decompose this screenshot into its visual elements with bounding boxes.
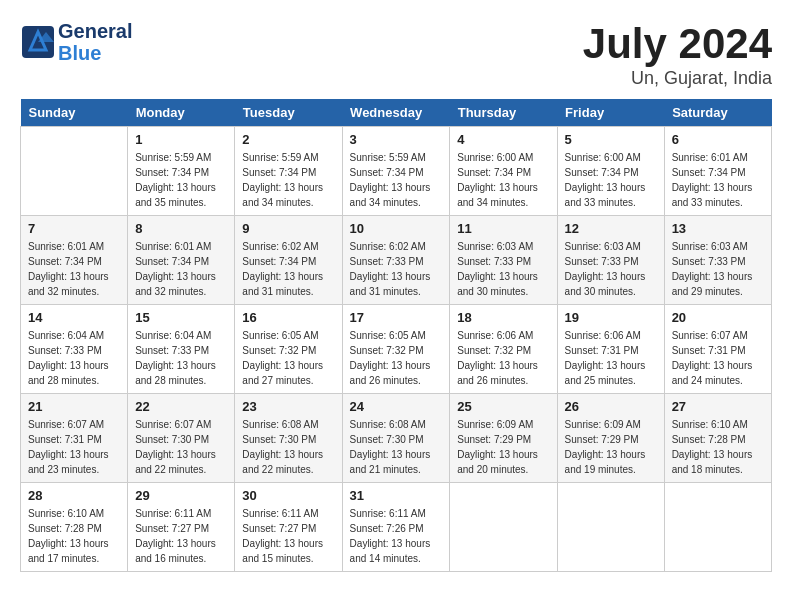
weekday-header-thursday: Thursday xyxy=(450,99,557,127)
week-row-2: 7Sunrise: 6:01 AM Sunset: 7:34 PM Daylig… xyxy=(21,216,772,305)
location-title: Un, Gujarat, India xyxy=(583,68,772,89)
day-info: Sunrise: 5:59 AM Sunset: 7:34 PM Dayligh… xyxy=(350,150,443,210)
day-cell: 29Sunrise: 6:11 AM Sunset: 7:27 PM Dayli… xyxy=(128,483,235,572)
day-cell: 8Sunrise: 6:01 AM Sunset: 7:34 PM Daylig… xyxy=(128,216,235,305)
day-info: Sunrise: 6:01 AM Sunset: 7:34 PM Dayligh… xyxy=(135,239,227,299)
weekday-header-row: SundayMondayTuesdayWednesdayThursdayFrid… xyxy=(21,99,772,127)
day-number: 26 xyxy=(565,399,657,414)
weekday-header-friday: Friday xyxy=(557,99,664,127)
day-number: 13 xyxy=(672,221,764,236)
day-cell: 27Sunrise: 6:10 AM Sunset: 7:28 PM Dayli… xyxy=(664,394,771,483)
day-number: 12 xyxy=(565,221,657,236)
day-info: Sunrise: 6:03 AM Sunset: 7:33 PM Dayligh… xyxy=(457,239,549,299)
day-cell: 2Sunrise: 5:59 AM Sunset: 7:34 PM Daylig… xyxy=(235,127,342,216)
day-number: 24 xyxy=(350,399,443,414)
day-info: Sunrise: 6:00 AM Sunset: 7:34 PM Dayligh… xyxy=(565,150,657,210)
day-info: Sunrise: 6:04 AM Sunset: 7:33 PM Dayligh… xyxy=(135,328,227,388)
day-cell xyxy=(557,483,664,572)
logo-name-general: General xyxy=(58,20,132,42)
day-number: 8 xyxy=(135,221,227,236)
day-number: 17 xyxy=(350,310,443,325)
day-cell: 21Sunrise: 6:07 AM Sunset: 7:31 PM Dayli… xyxy=(21,394,128,483)
week-row-5: 28Sunrise: 6:10 AM Sunset: 7:28 PM Dayli… xyxy=(21,483,772,572)
day-info: Sunrise: 6:02 AM Sunset: 7:34 PM Dayligh… xyxy=(242,239,334,299)
day-info: Sunrise: 6:08 AM Sunset: 7:30 PM Dayligh… xyxy=(350,417,443,477)
day-cell: 7Sunrise: 6:01 AM Sunset: 7:34 PM Daylig… xyxy=(21,216,128,305)
day-info: Sunrise: 6:08 AM Sunset: 7:30 PM Dayligh… xyxy=(242,417,334,477)
day-number: 2 xyxy=(242,132,334,147)
day-info: Sunrise: 6:09 AM Sunset: 7:29 PM Dayligh… xyxy=(457,417,549,477)
day-number: 27 xyxy=(672,399,764,414)
day-number: 31 xyxy=(350,488,443,503)
day-number: 30 xyxy=(242,488,334,503)
day-cell: 5Sunrise: 6:00 AM Sunset: 7:34 PM Daylig… xyxy=(557,127,664,216)
day-info: Sunrise: 5:59 AM Sunset: 7:34 PM Dayligh… xyxy=(135,150,227,210)
day-info: Sunrise: 6:05 AM Sunset: 7:32 PM Dayligh… xyxy=(242,328,334,388)
day-cell: 13Sunrise: 6:03 AM Sunset: 7:33 PM Dayli… xyxy=(664,216,771,305)
day-number: 22 xyxy=(135,399,227,414)
day-number: 19 xyxy=(565,310,657,325)
day-number: 18 xyxy=(457,310,549,325)
day-info: Sunrise: 6:11 AM Sunset: 7:26 PM Dayligh… xyxy=(350,506,443,566)
day-cell: 22Sunrise: 6:07 AM Sunset: 7:30 PM Dayli… xyxy=(128,394,235,483)
day-info: Sunrise: 6:05 AM Sunset: 7:32 PM Dayligh… xyxy=(350,328,443,388)
logo: General Blue xyxy=(20,20,132,64)
day-cell: 1Sunrise: 5:59 AM Sunset: 7:34 PM Daylig… xyxy=(128,127,235,216)
day-info: Sunrise: 6:03 AM Sunset: 7:33 PM Dayligh… xyxy=(672,239,764,299)
day-cell: 4Sunrise: 6:00 AM Sunset: 7:34 PM Daylig… xyxy=(450,127,557,216)
day-number: 7 xyxy=(28,221,120,236)
day-info: Sunrise: 6:11 AM Sunset: 7:27 PM Dayligh… xyxy=(135,506,227,566)
week-row-1: 1Sunrise: 5:59 AM Sunset: 7:34 PM Daylig… xyxy=(21,127,772,216)
day-number: 4 xyxy=(457,132,549,147)
day-cell: 12Sunrise: 6:03 AM Sunset: 7:33 PM Dayli… xyxy=(557,216,664,305)
day-cell: 11Sunrise: 6:03 AM Sunset: 7:33 PM Dayli… xyxy=(450,216,557,305)
day-info: Sunrise: 6:02 AM Sunset: 7:33 PM Dayligh… xyxy=(350,239,443,299)
day-info: Sunrise: 6:07 AM Sunset: 7:31 PM Dayligh… xyxy=(672,328,764,388)
day-cell: 6Sunrise: 6:01 AM Sunset: 7:34 PM Daylig… xyxy=(664,127,771,216)
day-number: 14 xyxy=(28,310,120,325)
calendar-title-area: July 2024 Un, Gujarat, India xyxy=(583,20,772,89)
day-cell: 31Sunrise: 6:11 AM Sunset: 7:26 PM Dayli… xyxy=(342,483,450,572)
day-cell: 25Sunrise: 6:09 AM Sunset: 7:29 PM Dayli… xyxy=(450,394,557,483)
day-info: Sunrise: 6:10 AM Sunset: 7:28 PM Dayligh… xyxy=(28,506,120,566)
day-info: Sunrise: 6:09 AM Sunset: 7:29 PM Dayligh… xyxy=(565,417,657,477)
day-cell xyxy=(450,483,557,572)
day-number: 16 xyxy=(242,310,334,325)
day-number: 15 xyxy=(135,310,227,325)
day-number: 1 xyxy=(135,132,227,147)
day-number: 5 xyxy=(565,132,657,147)
day-number: 21 xyxy=(28,399,120,414)
week-row-3: 14Sunrise: 6:04 AM Sunset: 7:33 PM Dayli… xyxy=(21,305,772,394)
day-number: 3 xyxy=(350,132,443,147)
logo-name-blue: Blue xyxy=(58,42,132,64)
day-info: Sunrise: 6:06 AM Sunset: 7:32 PM Dayligh… xyxy=(457,328,549,388)
day-number: 9 xyxy=(242,221,334,236)
day-cell: 17Sunrise: 6:05 AM Sunset: 7:32 PM Dayli… xyxy=(342,305,450,394)
weekday-header-wednesday: Wednesday xyxy=(342,99,450,127)
day-cell xyxy=(21,127,128,216)
day-info: Sunrise: 6:07 AM Sunset: 7:30 PM Dayligh… xyxy=(135,417,227,477)
day-cell: 20Sunrise: 6:07 AM Sunset: 7:31 PM Dayli… xyxy=(664,305,771,394)
day-info: Sunrise: 6:07 AM Sunset: 7:31 PM Dayligh… xyxy=(28,417,120,477)
day-cell: 14Sunrise: 6:04 AM Sunset: 7:33 PM Dayli… xyxy=(21,305,128,394)
day-cell: 10Sunrise: 6:02 AM Sunset: 7:33 PM Dayli… xyxy=(342,216,450,305)
day-info: Sunrise: 6:00 AM Sunset: 7:34 PM Dayligh… xyxy=(457,150,549,210)
day-cell: 9Sunrise: 6:02 AM Sunset: 7:34 PM Daylig… xyxy=(235,216,342,305)
day-info: Sunrise: 6:06 AM Sunset: 7:31 PM Dayligh… xyxy=(565,328,657,388)
day-number: 20 xyxy=(672,310,764,325)
day-cell: 26Sunrise: 6:09 AM Sunset: 7:29 PM Dayli… xyxy=(557,394,664,483)
day-cell: 16Sunrise: 6:05 AM Sunset: 7:32 PM Dayli… xyxy=(235,305,342,394)
day-cell xyxy=(664,483,771,572)
day-cell: 3Sunrise: 5:59 AM Sunset: 7:34 PM Daylig… xyxy=(342,127,450,216)
page-header: General Blue July 2024 Un, Gujarat, Indi… xyxy=(20,20,772,89)
day-info: Sunrise: 6:11 AM Sunset: 7:27 PM Dayligh… xyxy=(242,506,334,566)
day-number: 11 xyxy=(457,221,549,236)
day-number: 29 xyxy=(135,488,227,503)
day-cell: 24Sunrise: 6:08 AM Sunset: 7:30 PM Dayli… xyxy=(342,394,450,483)
day-cell: 19Sunrise: 6:06 AM Sunset: 7:31 PM Dayli… xyxy=(557,305,664,394)
day-info: Sunrise: 6:10 AM Sunset: 7:28 PM Dayligh… xyxy=(672,417,764,477)
day-number: 6 xyxy=(672,132,764,147)
day-cell: 28Sunrise: 6:10 AM Sunset: 7:28 PM Dayli… xyxy=(21,483,128,572)
day-number: 10 xyxy=(350,221,443,236)
day-number: 23 xyxy=(242,399,334,414)
